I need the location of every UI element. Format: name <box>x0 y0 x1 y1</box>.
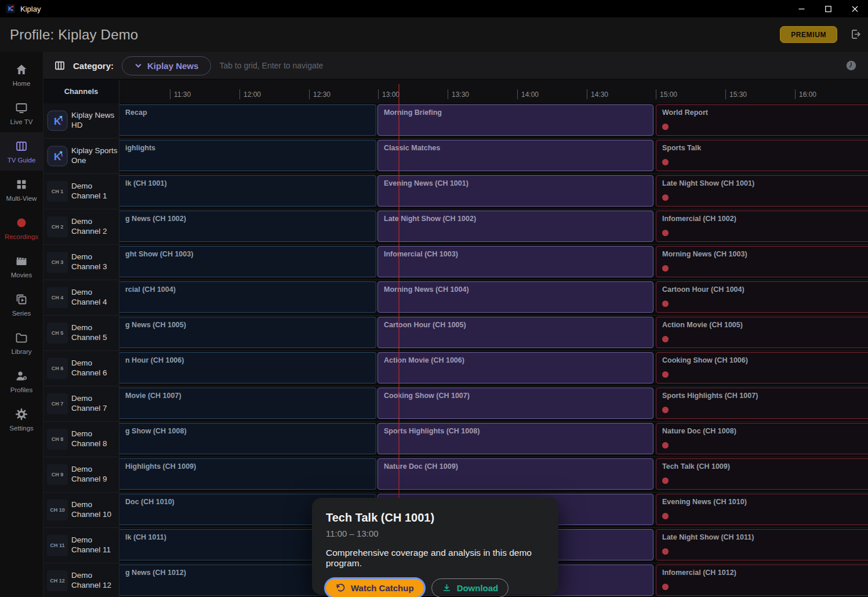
sidebar-item-label: TV Guide <box>8 157 36 164</box>
program-block-next[interactable]: Cooking Show (CH 1006) <box>656 352 868 383</box>
channel-cell[interactable]: CH 9Demo Channel 9 <box>43 457 119 492</box>
program-block-current[interactable]: Evening News (CH 1001) <box>377 175 653 207</box>
program-block-current[interactable]: Morning Briefing <box>377 104 653 136</box>
program-block-current[interactable]: Classic Matches <box>377 140 653 171</box>
program-block-next[interactable]: Infomercial (CH 1002) <box>656 211 868 242</box>
program-block-current[interactable]: Late Night Show (CH 1002) <box>377 211 653 242</box>
channel-cell[interactable]: CH 1Demo Channel 1 <box>43 174 119 209</box>
sidebar-item-series[interactable]: Series <box>0 285 43 324</box>
recording-dot <box>662 124 669 130</box>
program-block-past[interactable]: lk (CH 1001) <box>119 175 376 207</box>
channel-name: Demo Channel 3 <box>71 252 119 272</box>
program-block-past[interactable]: Movie (CH 1007) <box>119 388 376 419</box>
channel-name: Demo Channel 6 <box>71 359 119 378</box>
channel-cell[interactable]: CH 11Demo Channel 11 <box>43 528 119 563</box>
maximize-button[interactable] <box>815 0 841 17</box>
logout-button[interactable] <box>848 27 863 42</box>
program-lane: ighlightsClassic MatchesSports Talk <box>119 139 868 173</box>
sidebar-item-movies[interactable]: Movies <box>0 247 43 285</box>
recording-dot <box>662 230 669 236</box>
program-title: Action Movie (CH 1006) <box>378 353 653 368</box>
program-block-current[interactable]: Morning News (CH 1004) <box>377 281 653 313</box>
minimize-button[interactable] <box>788 0 815 17</box>
program-block-current[interactable]: Sports Highlights (CH 1008) <box>377 423 653 454</box>
close-icon <box>852 6 858 12</box>
channel-cell[interactable]: CH 7Demo Channel 7 <box>43 386 119 421</box>
program-block-current[interactable]: Nature Doc (CH 1009) <box>377 458 653 490</box>
channel-cell[interactable]: CH 3Demo Channel 3 <box>43 245 119 280</box>
clock-icon[interactable] <box>845 59 858 72</box>
channel-cell[interactable]: K Kiplay News HD <box>43 103 119 138</box>
program-block-next[interactable]: Tech Talk (CH 1009) <box>656 458 868 490</box>
program-block-current[interactable]: Action Movie (CH 1006) <box>377 352 653 383</box>
window-controls <box>788 0 868 17</box>
download-button[interactable]: Download <box>431 578 509 597</box>
profiles-icon <box>14 369 28 383</box>
program-block-next[interactable]: Action Movie (CH 1005) <box>656 317 868 348</box>
channel-cell[interactable]: CH 8Demo Channel 8 <box>43 422 119 457</box>
program-block-next[interactable]: World Report <box>656 104 868 136</box>
popup-title: Tech Talk (CH 1001) <box>326 511 544 524</box>
channel-cell[interactable]: CH 5Demo Channel 5 <box>43 316 119 350</box>
watch-catchup-label: Watch Catchup <box>351 583 414 593</box>
sidebar-item-profiles[interactable]: Profiles <box>0 362 43 400</box>
program-block-next[interactable]: Sports Talk <box>656 140 868 171</box>
close-button[interactable] <box>841 0 868 17</box>
chevron-down-icon <box>135 62 142 70</box>
program-block-past[interactable]: ighlights <box>119 140 376 171</box>
program-block-past[interactable]: Highlights (CH 1009) <box>119 458 376 490</box>
channel-cell[interactable]: CH 12Demo Channel 12 <box>43 563 119 597</box>
program-block-next[interactable]: Sports Highlights (CH 1007) <box>656 388 868 419</box>
program-block-past[interactable]: ght Show (CH 1003) <box>119 246 376 277</box>
program-block-past[interactable]: Recap <box>119 104 376 136</box>
program-block-next[interactable]: Morning News (CH 1003) <box>656 246 868 277</box>
sidebar-item-home[interactable]: Home <box>0 56 43 94</box>
program-title: Nature Doc (CH 1008) <box>656 424 868 439</box>
app-logo-icon: K <box>6 4 15 13</box>
program-block-next[interactable]: Nature Doc (CH 1008) <box>656 423 868 454</box>
guide-row: K Kiplay Sports OneighlightsClassic Matc… <box>43 139 868 174</box>
sidebar-item-recordings[interactable]: Recordings <box>0 209 43 247</box>
logout-icon <box>849 28 862 41</box>
channel-cell[interactable]: CH 2Demo Channel 2 <box>43 209 119 244</box>
recording-dot <box>662 265 669 272</box>
program-title: Sports Highlights (CH 1008) <box>378 424 653 439</box>
program-lane: RecapMorning BriefingWorld Report <box>119 103 868 138</box>
program-block-next[interactable]: Late Night Show (CH 1011) <box>656 529 868 560</box>
program-block-next[interactable]: Cartoon Hour (CH 1004) <box>656 281 868 313</box>
program-block-past[interactable]: rcial (CH 1004) <box>119 281 376 313</box>
category-dropdown[interactable]: Kiplay News <box>122 56 211 75</box>
channel-cell[interactable]: CH 4Demo Channel 4 <box>43 280 119 315</box>
program-block-past[interactable]: g News (CH 1005) <box>119 317 376 348</box>
maximize-icon <box>825 6 831 12</box>
program-title: rcial (CH 1004) <box>119 282 376 297</box>
channel-cell[interactable]: CH 10Demo Channel 10 <box>43 493 119 527</box>
program-details-popup: Tech Talk (CH 1001) 11:00 – 13:00 Compre… <box>312 498 558 595</box>
watch-catchup-button[interactable]: Watch Catchup <box>326 579 424 597</box>
sidebar-item-label: Library <box>11 348 31 355</box>
time-tick: 15:00 <box>656 89 677 99</box>
channel-cell[interactable]: CH 6Demo Channel 6 <box>43 351 119 386</box>
premium-badge-button[interactable]: PREMIUM <box>780 26 837 43</box>
popup-time-range: 11:00 – 13:00 <box>326 529 544 538</box>
program-title: Movie (CH 1007) <box>119 388 376 403</box>
sidebar-item-library[interactable]: Library <box>0 324 43 362</box>
guide-row: CH 9Demo Channel 9Highlights (CH 1009)Na… <box>43 457 868 493</box>
program-block-past[interactable]: g Show (CH 1008) <box>119 423 376 454</box>
program-block-next[interactable]: Infomercial (CH 1012) <box>656 565 868 596</box>
sidebar-item-live-tv[interactable]: Live TV <box>0 94 43 132</box>
program-block-current[interactable]: Infomercial (CH 1003) <box>377 246 653 277</box>
program-block-past[interactable]: g News (CH 1002) <box>119 211 376 242</box>
keyboard-hint: Tab to grid, Enter to navigate <box>219 61 323 70</box>
sidebar-item-tv-guide[interactable]: TV Guide <box>0 132 43 171</box>
channel-badge: CH 3 <box>47 252 68 273</box>
program-block-next[interactable]: Late Night Show (CH 1001) <box>656 175 868 207</box>
sidebar-item-settings[interactable]: Settings <box>0 400 43 439</box>
program-block-current[interactable]: Cooking Show (CH 1007) <box>377 388 653 419</box>
channel-cell[interactable]: K Kiplay Sports One <box>43 139 119 173</box>
channel-badge: CH 4 <box>47 287 68 308</box>
program-block-next[interactable]: Evening News (CH 1010) <box>656 494 868 525</box>
program-block-past[interactable]: n Hour (CH 1006) <box>119 352 376 383</box>
program-block-current[interactable]: Cartoon Hour (CH 1005) <box>377 317 653 348</box>
sidebar-item-multi-view[interactable]: Multi-View <box>0 171 43 209</box>
